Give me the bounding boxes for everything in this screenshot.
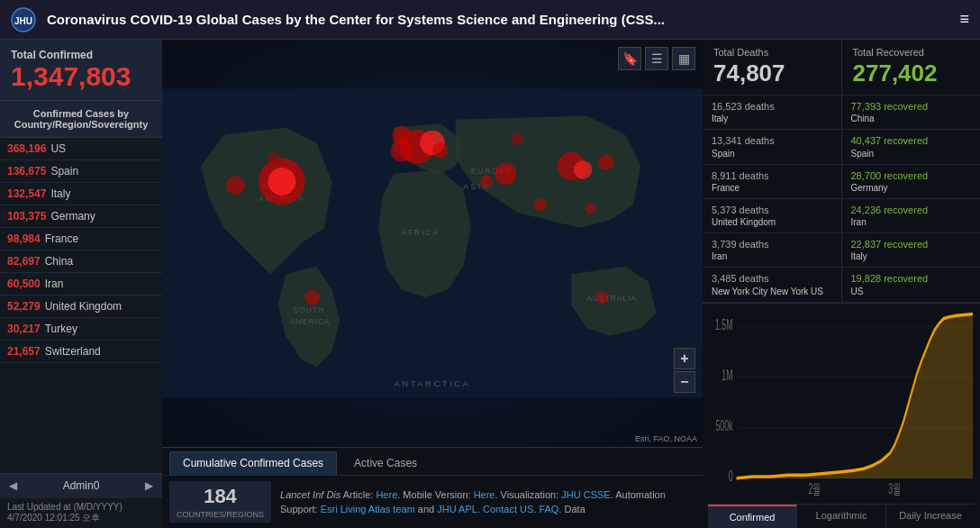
total-confirmed-label: Total Confirmed <box>11 49 151 61</box>
svg-text:500k: 500k <box>715 417 733 433</box>
nav-user: Admin0 <box>21 479 141 492</box>
svg-point-27 <box>392 126 411 145</box>
map-toolbar: 🔖 ☰ ▦ <box>618 47 695 70</box>
list-item[interactable]: 30,217Turkey <box>0 318 162 341</box>
contact-us-link[interactable]: Contact US <box>483 504 533 514</box>
map-tab-cumulative[interactable]: Cumulative Confirmed Cases <box>169 451 337 475</box>
svg-text:AUSTRALIA: AUSTRALIA <box>586 294 636 303</box>
list-item[interactable]: 21,657Switzerland <box>0 341 162 363</box>
svg-text:1M: 1M <box>721 367 732 383</box>
last-updated-label: Last Updated at (M/D/YYYY) <box>7 502 155 512</box>
list-item[interactable]: 82,697China <box>0 250 162 273</box>
chart-tab-confirmed[interactable]: Confirmed <box>708 505 797 528</box>
list-item: 77,393 recoveredChina <box>842 96 981 130</box>
country-name: China <box>45 255 73 268</box>
location: France <box>712 182 832 194</box>
last-updated-value: 4/7/2020 12:01:25 오후 <box>7 512 155 524</box>
country-name: US <box>50 142 66 155</box>
svg-point-21 <box>495 163 516 185</box>
jhu-apl-link[interactable]: JHU APL <box>437 504 477 514</box>
svg-text:AFRICA: AFRICA <box>402 228 440 237</box>
map-zoom-controls: + − <box>674 348 695 393</box>
faq-link[interactable]: FAQ <box>539 504 558 514</box>
svg-text:3월: 3월 <box>888 480 901 496</box>
mobile-here-link[interactable]: Here <box>474 489 495 500</box>
chart-svg: 1.5M 1M 500k 0 2월 3월 <box>708 311 975 500</box>
bookmark-btn[interactable]: 🔖 <box>618 47 641 70</box>
zoom-out-btn[interactable]: − <box>674 371 695 393</box>
country-name: Spain <box>50 165 78 178</box>
svg-text:0: 0 <box>729 468 733 484</box>
country-count-number: 184 <box>177 485 264 508</box>
map-tab-active[interactable]: Active Cases <box>340 451 431 475</box>
country-count: 103,375 <box>7 210 46 223</box>
svg-text:ANTARCTICA: ANTARCTICA <box>394 378 470 388</box>
app-title: Coronavirus COVID-19 Global Cases by the… <box>47 12 959 27</box>
svg-point-23 <box>534 198 547 211</box>
list-item[interactable]: 136,675Spain <box>0 160 162 183</box>
svg-point-26 <box>480 176 493 188</box>
chart-area: 1.5M 1M 500k 0 2월 3월 <box>703 304 980 528</box>
list-item[interactable]: 98,984France <box>0 228 162 250</box>
nav-next-arrow[interactable]: ▶ <box>141 478 157 494</box>
lancet-italic: Lancet Inf Dis <box>280 489 340 500</box>
total-recovered-panel: Total Recovered 277,402 <box>842 40 981 95</box>
deaths-list: 16,523 deathsItaly13,341 deathsSpain8,91… <box>703 96 842 303</box>
deaths-count: 3,485 deaths <box>712 272 832 285</box>
esri-living-atlas-link[interactable]: Esri Living Atlas team <box>321 504 415 514</box>
deaths-count: 13,341 deaths <box>712 134 832 147</box>
list-btn[interactable]: ☰ <box>645 47 668 70</box>
list-item: 3,485 deathsNew York City New York US <box>703 268 841 302</box>
list-item: 24,236 recoveredIran <box>842 199 981 233</box>
right-panels: Total Deaths 74,807 Total Recovered 277,… <box>703 40 980 528</box>
country-count: 98,984 <box>7 232 41 245</box>
sidebar: Total Confirmed 1,347,803 Confirmed Case… <box>0 40 162 528</box>
bottom-bar: 184 COUNTRIES/REGIONS Lancet Inf Dis Art… <box>162 475 703 528</box>
list-item[interactable]: 60,500Iran <box>0 273 162 296</box>
country-count-badge: 184 COUNTRIES/REGIONS <box>169 481 271 523</box>
country-name: Switzerland <box>45 345 101 358</box>
country-count: 136,675 <box>7 165 46 178</box>
list-item[interactable]: 52,279United Kingdom <box>0 296 162 318</box>
location: Iran <box>851 216 972 228</box>
jhu-logo: JHU <box>11 7 36 32</box>
recovered-count: 24,236 recovered <box>851 204 972 216</box>
list-item[interactable]: 368,196US <box>0 138 162 160</box>
list-item[interactable]: 103,375Germany <box>0 205 162 228</box>
grid-btn[interactable]: ▦ <box>672 47 695 70</box>
svg-text:1.5M: 1.5M <box>715 316 733 332</box>
total-deaths-panel: Total Deaths 74,807 <box>703 40 842 95</box>
app-header: JHU Coronavirus COVID-19 Global Cases by… <box>0 0 980 40</box>
country-count: 368,196 <box>7 142 46 155</box>
svg-text:2월: 2월 <box>808 480 821 496</box>
country-count: 52,279 <box>7 300 41 313</box>
zoom-in-btn[interactable]: + <box>674 348 695 369</box>
chart-tab-logarithmic[interactable]: Logarithmic <box>797 505 886 528</box>
svg-text:AMERICA: AMERICA <box>289 317 330 326</box>
menu-icon[interactable]: ≡ <box>959 10 969 29</box>
location: Spain <box>851 148 972 159</box>
location: Italy <box>851 250 972 262</box>
article-here-link[interactable]: Here <box>376 489 397 500</box>
list-item: 5,373 deathsUnited Kingdom <box>703 199 841 233</box>
recovered-count: 28,700 recovered <box>851 169 972 182</box>
country-count: 21,657 <box>7 345 41 358</box>
location: Iran <box>712 250 832 262</box>
jhu-csse-link[interactable]: JHU CSSE <box>561 489 610 500</box>
list-item: 3,739 deathsIran <box>703 233 841 268</box>
map-container[interactable]: ANTARCTICA NORTH AMERICA SOUTH AMERICA E… <box>162 40 703 447</box>
list-item: 13,341 deathsSpain <box>703 130 841 164</box>
recovered-count: 22,837 recovered <box>851 238 972 250</box>
total-deaths-value: 74,807 <box>713 59 830 87</box>
bottom-info-text: Lancet Inf Dis Article: Here. Mobile Ver… <box>280 487 695 517</box>
country-count: 82,697 <box>7 255 41 268</box>
nav-prev-arrow[interactable]: ◀ <box>5 478 21 494</box>
country-name: Germany <box>50 210 95 223</box>
chart-wrapper: 1.5M 1M 500k 0 2월 3월 <box>708 311 975 500</box>
sidebar-nav: ◀ Admin0 ▶ <box>0 473 162 497</box>
svg-point-28 <box>511 132 523 145</box>
country-count: 132,547 <box>7 187 46 200</box>
chart-tabs: Confirmed Logarithmic Daily Increase <box>708 504 975 528</box>
list-item[interactable]: 132,547Italy <box>0 183 162 205</box>
chart-tab-daily-increase[interactable]: Daily Increase <box>886 505 975 528</box>
